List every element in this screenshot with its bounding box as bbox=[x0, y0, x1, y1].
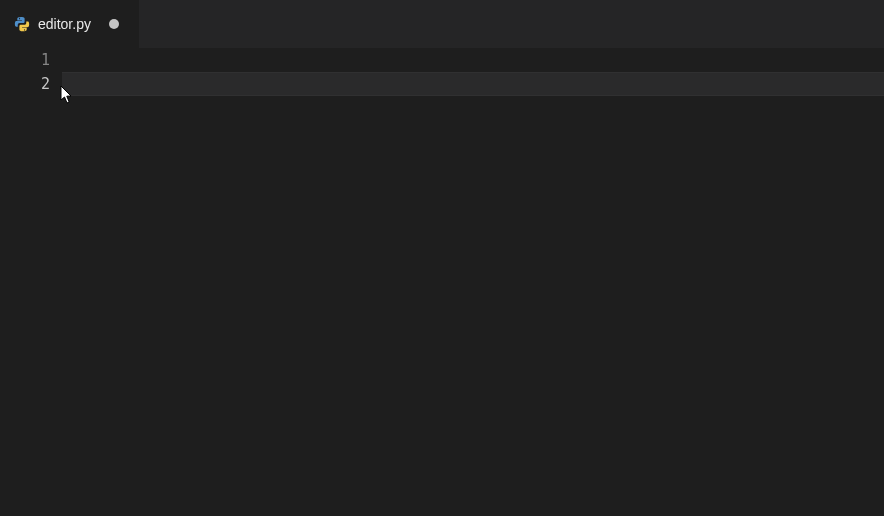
code-line[interactable] bbox=[62, 48, 884, 72]
line-number-gutter: 1 2 bbox=[0, 48, 62, 516]
python-icon bbox=[14, 16, 30, 32]
tab-label: editor.py bbox=[38, 16, 91, 32]
line-number: 2 bbox=[0, 72, 50, 96]
editor-area[interactable]: 1 2 bbox=[0, 48, 884, 516]
line-number: 1 bbox=[0, 48, 50, 72]
code-line[interactable] bbox=[62, 72, 884, 96]
tabbar: editor.py bbox=[0, 0, 884, 48]
code-content[interactable] bbox=[62, 48, 884, 516]
tab-editor-py[interactable]: editor.py bbox=[0, 0, 140, 48]
unsaved-indicator-icon bbox=[109, 19, 119, 29]
